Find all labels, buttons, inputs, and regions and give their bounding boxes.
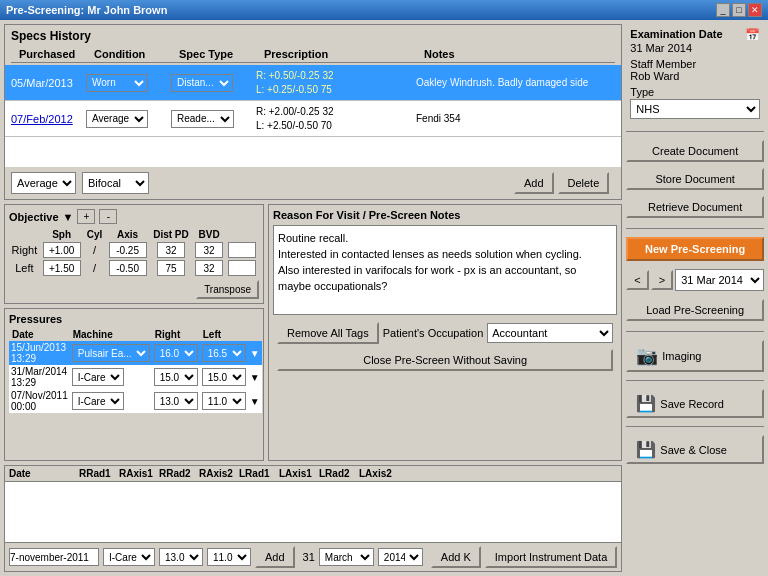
spec-type-select-2[interactable]: Reade... Distance Bifocal: [171, 110, 234, 128]
bottom-machine-select[interactable]: I-Care: [103, 548, 155, 566]
pressure-machine-select-1[interactable]: Pulsair Ea...: [72, 344, 150, 362]
pressures-add-btn[interactable]: Add: [255, 546, 295, 568]
imaging-btn[interactable]: 📷 Imaging: [626, 340, 764, 372]
specs-row-1[interactable]: 05/Mar/2013 Worn Average Good Distan... …: [5, 65, 621, 101]
condition-cell-2[interactable]: Average Worn Good: [86, 110, 171, 128]
bottom-month-select[interactable]: March: [319, 548, 374, 566]
pressure-row-3[interactable]: 07/Nov/2011 00:00 I-Care 13.0: [9, 389, 262, 413]
obj-minus-btn[interactable]: -: [99, 209, 117, 224]
left-panel: Specs History Purchased Condition Spec T…: [4, 24, 622, 572]
occupation-select[interactable]: Accountant Other: [487, 323, 613, 343]
create-document-btn[interactable]: Create Document: [626, 140, 764, 162]
specs-row-2[interactable]: 07/Feb/2012 Average Worn Good Reade... D…: [5, 101, 621, 137]
nav-next-btn[interactable]: >: [651, 270, 673, 290]
close-btn[interactable]: ✕: [748, 3, 762, 17]
window-controls[interactable]: _ □ ✕: [716, 3, 762, 17]
divider-4: [626, 380, 764, 381]
pressure-row-1[interactable]: 15/Jun/2013 13:29 Pulsair Ea... 16.0: [9, 341, 262, 365]
new-pre-screening-btn[interactable]: New Pre-Screening: [626, 237, 764, 261]
maximize-btn[interactable]: □: [732, 3, 746, 17]
pressure-left-select-3[interactable]: 11.0: [202, 392, 246, 410]
close-pre-screen-btn[interactable]: Close Pre-Screen Without Saving: [277, 349, 613, 371]
bifocal-select[interactable]: Bifocal Distance Reading: [82, 172, 149, 194]
bottom-right-select[interactable]: 13.0: [159, 548, 203, 566]
pressure-date-2: 31/Mar/2014 13:29: [9, 365, 70, 389]
pressure-machine-1: Pulsair Ea...: [70, 341, 152, 365]
obj-plus-btn[interactable]: +: [77, 209, 95, 224]
left-bottom: Objective ▼ + - Sph Cyl Axi: [4, 204, 264, 461]
pressure-machine-select-2[interactable]: I-Care: [72, 368, 124, 386]
main-content: Specs History Purchased Condition Spec T…: [0, 20, 768, 576]
prescription-r-1: R: +0.50/-0.25 32: [256, 69, 416, 83]
pressure-right-select-3[interactable]: 13.0: [154, 392, 198, 410]
btcol-rrad1: RRad1: [79, 468, 119, 479]
bottom-main-area: Objective ▼ + - Sph Cyl Axi: [4, 204, 622, 461]
specs-date-1[interactable]: 05/Mar/2013: [11, 77, 86, 89]
calendar-icon[interactable]: 📅: [745, 28, 760, 42]
add-spec-btn[interactable]: Add: [514, 172, 554, 194]
save-close-btn[interactable]: 💾 Save & Close: [626, 435, 764, 464]
pressure-left-3: 11.0: [200, 389, 248, 413]
specs-history-box: Specs History Purchased Condition Spec T…: [4, 24, 622, 200]
obj-right-cyl-input[interactable]: [109, 242, 147, 258]
store-document-btn[interactable]: Store Document: [626, 168, 764, 190]
pressures-col-left: Left: [200, 328, 248, 341]
obj-col-sph: Sph: [40, 228, 84, 241]
pressure-machine-3: I-Care: [70, 389, 152, 413]
save-record-btn[interactable]: 💾 Save Record: [626, 389, 764, 418]
obj-left-distpd-input[interactable]: [195, 260, 223, 276]
condition-cell-1[interactable]: Worn Average Good: [86, 74, 171, 92]
pressure-right-select-2[interactable]: 15.0: [154, 368, 198, 386]
obj-col-axis: Axis: [106, 228, 150, 241]
retrieve-document-btn[interactable]: Retrieve Document: [626, 196, 764, 218]
bottom-date-input[interactable]: [9, 548, 99, 566]
obj-left-bvd-input[interactable]: [228, 260, 256, 276]
pressure-row-2[interactable]: 31/Mar/2014 13:29 I-Care 15.0: [9, 365, 262, 389]
condition-select-1[interactable]: Worn Average Good: [86, 74, 148, 92]
spec-type-cell-1[interactable]: Distan... Reading Bifocal: [171, 74, 256, 92]
import-instrument-btn[interactable]: Import Instrument Data: [485, 546, 618, 568]
remove-tags-btn[interactable]: Remove All Tags: [277, 322, 379, 344]
obj-left-cyl-input[interactable]: [109, 260, 147, 276]
bottom-left-select[interactable]: 11.0: [207, 548, 251, 566]
obj-right-sph-input[interactable]: [43, 242, 81, 258]
obj-col-distpd: Dist PD: [149, 228, 192, 241]
nav-date-select[interactable]: 31 Mar 2014: [675, 269, 764, 291]
pressure-machine-select-3[interactable]: I-Care: [72, 392, 124, 410]
add-k-btn[interactable]: Add K: [431, 546, 481, 568]
obj-right-bvd-input[interactable]: [228, 242, 256, 258]
obj-right-axis-input[interactable]: [157, 242, 185, 258]
visit-text[interactable]: Routine recall. Interested in contacted …: [273, 225, 617, 315]
obj-left-sph-input[interactable]: [43, 260, 81, 276]
obj-dot: ▼: [63, 211, 74, 223]
type-select[interactable]: NHS Private: [630, 99, 760, 119]
btcol-raxis2: RAxis2: [199, 468, 239, 479]
load-pre-screening-btn[interactable]: Load Pre-Screening: [626, 299, 764, 321]
bottom-year-select[interactable]: 2014: [378, 548, 423, 566]
spec-type-cell-2[interactable]: Reade... Distance Bifocal: [171, 110, 256, 128]
pressure-right-select-1[interactable]: 16.0: [154, 344, 198, 362]
bottom-table-body: [5, 482, 621, 542]
col-condition: Condition: [92, 46, 177, 62]
specs-history-header: Specs History Purchased Condition Spec T…: [5, 25, 621, 65]
pressure-left-select-2[interactable]: 15.0: [202, 368, 246, 386]
obj-right-row: Right /: [9, 241, 259, 259]
obj-left-distpd: [193, 259, 226, 277]
transpose-btn[interactable]: Transpose: [196, 280, 259, 299]
obj-right-distpd-input[interactable]: [195, 242, 223, 258]
average-select[interactable]: Average Good Worn: [11, 172, 76, 194]
condition-select-2[interactable]: Average Worn Good: [86, 110, 148, 128]
obj-left-axis-input[interactable]: [157, 260, 185, 276]
specs-date-2[interactable]: 07/Feb/2012: [11, 113, 86, 125]
close-btn-row: Close Pre-Screen Without Saving: [273, 347, 617, 373]
delete-spec-btn[interactable]: Delete: [558, 172, 610, 194]
objective-header: Objective ▼ + -: [9, 209, 259, 224]
minimize-btn[interactable]: _: [716, 3, 730, 17]
obj-right-cyl: [106, 241, 150, 259]
nav-prev-btn[interactable]: <: [626, 270, 648, 290]
exam-date-value: 31 Mar 2014: [630, 42, 760, 54]
spec-type-select-1[interactable]: Distan... Reading Bifocal: [171, 74, 233, 92]
imaging-btn-label: Imaging: [662, 350, 701, 362]
pressure-left-select-1[interactable]: 16.5: [202, 344, 246, 362]
pressures-table: Date Machine Right Left 15/Jun/2013 13:2…: [9, 328, 262, 413]
